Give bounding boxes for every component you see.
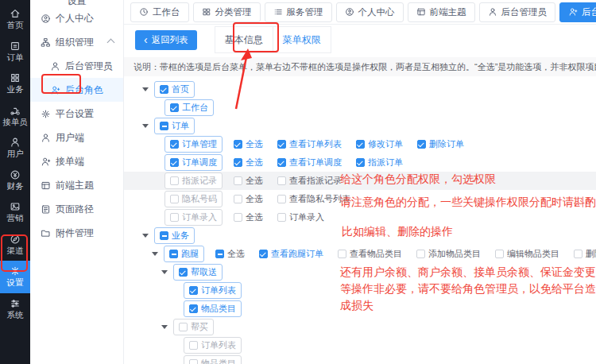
sidebar-item-person[interactable]: 用户端 [30, 126, 123, 149]
clipped-menu-item: 设置 [30, 0, 123, 6]
app-window: 首页订单业务接单员用户财务营销渠道设置系统 设置 个人中心组织管理后台管理员后台… [0, 0, 596, 364]
sidebar-item-person-badge[interactable]: 接单端 [30, 149, 123, 173]
operation-permissions: 全选订单录入 [234, 211, 324, 223]
rail-item-marketing[interactable]: 营销 [0, 196, 30, 229]
rail-item-home[interactable]: 首页 [0, 3, 30, 36]
rail-item-channel[interactable]: 渠道 [0, 229, 30, 261]
operation-permission[interactable]: 订单录入 [277, 211, 324, 223]
operation-permission[interactable]: 全选 [234, 175, 263, 187]
detail-tabs: 基本信息菜单权限 [215, 26, 331, 53]
operation-permission[interactable]: 删除订单 [417, 138, 464, 150]
caret-down-icon[interactable] [142, 234, 149, 238]
tree-row: 订单 [124, 117, 596, 135]
menu-permission-label: 跑腿 [181, 248, 199, 260]
tab-label: 前端主题 [430, 6, 466, 18]
operation-permission[interactable]: 查看订单列表 [277, 138, 342, 150]
detail-tab-基本信息[interactable]: 基本信息 [215, 26, 273, 53]
tab-后台角色[interactable]: 后台角色× [559, 2, 596, 22]
rail-item-grid[interactable]: 业务 [0, 68, 30, 100]
sidebar-item-folder[interactable]: 附件管理 [30, 221, 123, 245]
caret-down-icon[interactable] [161, 325, 168, 329]
checkbox-unchecked [574, 250, 582, 258]
sidebar-item-person[interactable]: 后台管理员 [30, 54, 123, 78]
operation-permission-label: 全选 [246, 157, 263, 168]
operation-permission[interactable]: 查看物品类目 [338, 248, 402, 260]
operation-permission[interactable]: 删除物品类目 [574, 248, 596, 260]
menu-permission-box[interactable]: 物品类目 [184, 300, 242, 317]
sidebar-item-theme[interactable]: 前端主题 [30, 173, 123, 197]
caret-down-icon[interactable] [142, 87, 149, 91]
menu-permission-box[interactable]: 首页 [154, 81, 195, 98]
operation-permissions: 全选查看指派记录 [234, 175, 342, 187]
chevron-left-icon: ‹ [144, 34, 148, 45]
caret-down-icon[interactable] [142, 124, 149, 128]
checkbox-unchecked [179, 323, 188, 331]
back-button-label: 返回列表 [152, 34, 188, 46]
checkbox-checked [356, 158, 365, 167]
rail-item-label: 接单员 [2, 118, 28, 127]
menu-permission-box[interactable]: 订单列表 [184, 337, 242, 354]
red-annotation-text: 请注意角色的分配，一些关键操作权限分配时请斟酌 [340, 194, 596, 211]
sidebar-item-person-circle[interactable]: 个人中心 [30, 6, 123, 30]
operation-permission[interactable]: 全选 [234, 138, 263, 150]
tab-分类管理[interactable]: 分类管理 [193, 2, 261, 22]
menu-permission-box[interactable]: 跑腿 [164, 246, 204, 262]
tab-个人中心[interactable]: 个人中心 [336, 2, 404, 22]
tab-服务管理[interactable]: 服务管理 [265, 2, 332, 22]
caret-down-icon[interactable] [161, 270, 168, 274]
rail-item-system[interactable]: 系统 [0, 293, 30, 326]
operation-permission[interactable]: 编辑物品类目 [495, 248, 559, 260]
sidebar-item-org[interactable]: 组织管理 [30, 30, 123, 54]
tree-row: 订单调度全选查看订单调度指派订单 [124, 153, 596, 172]
operation-permission[interactable]: 指派订单 [356, 157, 403, 168]
sidebar-item-gear[interactable]: 平台设置 [30, 102, 123, 126]
menu-permission-box[interactable]: 指派记录 [164, 172, 223, 189]
menu-permission-box[interactable]: 订单录入 [164, 209, 223, 226]
menu-permission-label: 业务 [172, 230, 189, 242]
caret-down-icon[interactable] [152, 252, 158, 256]
checkbox-checked [160, 85, 168, 94]
operation-permission[interactable]: 全选 [234, 157, 263, 168]
operation-permission[interactable]: 添加物品类目 [416, 248, 481, 260]
tree-row: 订单列表 [124, 336, 596, 354]
sidebar-item-page[interactable]: 页面路径 [30, 197, 123, 221]
tab-后台管理员[interactable]: 后台管理员 [479, 2, 556, 22]
checkbox-unchecked [338, 250, 346, 258]
tab-工作台[interactable]: 工作台 [130, 2, 189, 22]
detail-tab-菜单权限[interactable]: 菜单权限 [273, 26, 331, 53]
menu-permission-box[interactable]: 隐私号码 [164, 191, 223, 207]
menu-permission-box[interactable]: 工作台 [164, 99, 214, 116]
sidebar-item-label: 接单端 [56, 155, 84, 168]
grid-icon [10, 72, 21, 83]
menu-permission-label: 订单 [172, 120, 189, 132]
menu-permission-box[interactable]: 帮取送 [173, 264, 223, 281]
menu-permission-box[interactable]: 物品类目 [184, 355, 242, 364]
checkbox-unchecked [234, 176, 242, 185]
menu-permission-label: 工作台 [182, 102, 208, 114]
rail-item-rider[interactable]: 接单员 [0, 100, 30, 133]
operation-permission[interactable]: 查看跑腿订单 [259, 248, 323, 260]
rail-item-gear[interactable]: 设置 [0, 261, 30, 293]
operation-permission[interactable]: 查看订单调度 [277, 157, 342, 168]
menu-permission-box[interactable]: 订单 [154, 118, 195, 134]
menu-permission-box[interactable]: 订单列表 [184, 282, 242, 299]
operation-permission-label: 指派订单 [368, 157, 403, 168]
rail-item-person[interactable]: 用户 [0, 132, 30, 165]
operation-permission[interactable]: 全选 [234, 193, 263, 205]
tab-前端主题[interactable]: 前端主题 [408, 2, 475, 22]
checkbox-checked [170, 158, 179, 167]
operation-permission[interactable]: 修改订单 [356, 138, 403, 150]
rail-item-order[interactable]: 订单 [0, 36, 30, 68]
operation-permission[interactable]: 全选 [234, 211, 263, 223]
menu-permission-label: 物品类目 [201, 358, 236, 364]
operation-permission[interactable]: 查看指派记录 [277, 175, 342, 187]
back-to-list-button[interactable]: ‹ 返回列表 [135, 30, 197, 50]
checkbox-checked [277, 140, 286, 149]
menu-permission-box[interactable]: 帮买 [173, 319, 214, 335]
menu-permission-box[interactable]: 订单管理 [164, 136, 223, 153]
sidebar-item-person-badge[interactable]: 后台角色 [30, 78, 123, 102]
menu-permission-box[interactable]: 业务 [154, 227, 195, 244]
menu-permission-box[interactable]: 订单调度 [164, 154, 223, 171]
operation-permission[interactable]: 全选 [215, 248, 245, 260]
rail-item-finance[interactable]: 财务 [0, 165, 30, 197]
